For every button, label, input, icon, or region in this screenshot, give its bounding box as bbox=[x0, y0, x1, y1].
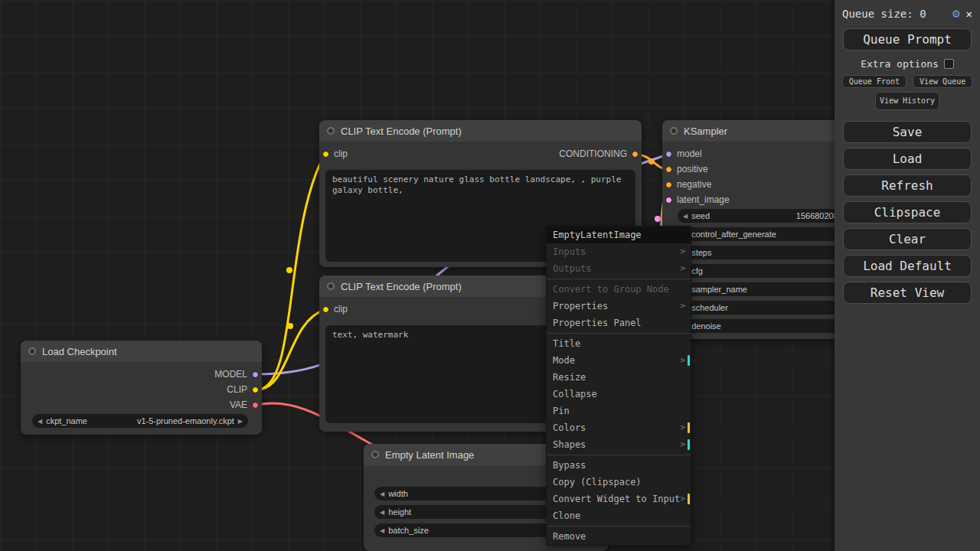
decrement-arrow-icon[interactable]: ◀ bbox=[380, 527, 384, 534]
menu-item-title[interactable]: Title bbox=[547, 335, 691, 352]
widget-control-after-generate[interactable]: ◀ control_after_generate ran bbox=[678, 227, 852, 241]
collapse-dot-icon[interactable] bbox=[28, 347, 36, 355]
widget-label: control_after_generate bbox=[691, 230, 776, 239]
load-default-button[interactable]: Load Default bbox=[843, 255, 972, 277]
widget-label: sampler_name bbox=[691, 285, 747, 294]
menu-item-pin[interactable]: Pin bbox=[547, 403, 691, 419]
slot-dot-clip-input[interactable] bbox=[322, 151, 329, 158]
context-menu: EmptyLatentImage Inputs > Outputs > Conv… bbox=[546, 226, 691, 546]
decrement-arrow-icon[interactable]: ◀ bbox=[683, 213, 688, 220]
slot-dot-model-output[interactable] bbox=[252, 371, 259, 378]
collapse-dot-icon[interactable] bbox=[327, 282, 335, 290]
node-header[interactable]: CLIP Text Encode (Prompt) bbox=[319, 120, 642, 142]
slot-dot-clip-input[interactable] bbox=[322, 306, 329, 313]
slot-dot-vae-output[interactable] bbox=[252, 402, 259, 409]
widget-sampler-name[interactable]: ◀ sampler_name bbox=[678, 282, 852, 296]
node-canvas[interactable]: CLIP Text Encode (Prompt) clip CONDITION… bbox=[0, 0, 980, 551]
menu-item-collapse[interactable]: Collapse bbox=[547, 386, 691, 403]
slot-dot-clip-output[interactable] bbox=[252, 386, 259, 393]
slot-dot-model-input[interactable] bbox=[665, 151, 672, 158]
menu-item-properties[interactable]: Properties > bbox=[547, 298, 691, 315]
collapse-dot-icon[interactable] bbox=[670, 127, 678, 135]
extra-options-checkbox[interactable] bbox=[944, 59, 954, 69]
widget-steps[interactable]: ◀ steps bbox=[678, 246, 852, 259]
widget-seed[interactable]: ◀ seed 156680208 ▶ bbox=[678, 209, 852, 223]
node-header[interactable]: Load Checkpoint bbox=[21, 341, 262, 362]
save-button[interactable]: Save bbox=[843, 121, 972, 143]
widget-ckpt-name[interactable]: ◀ ckpt_name v1-5-pruned-emaonly.ckpt ▶ bbox=[32, 414, 248, 428]
decrement-arrow-icon[interactable]: ◀ bbox=[38, 418, 42, 425]
slot-dot-conditioning-output[interactable] bbox=[632, 151, 639, 158]
menu-item-remove[interactable]: Remove bbox=[547, 528, 691, 545]
node-ksampler[interactable]: KSampler model positive negative latent_… bbox=[662, 120, 861, 339]
node-title: KSampler bbox=[684, 126, 727, 137]
submenu-arrow-icon: > bbox=[680, 491, 685, 507]
reset-view-button[interactable]: Reset View bbox=[843, 282, 972, 304]
menu-item-mode[interactable]: Mode > bbox=[547, 352, 691, 369]
extra-options-label: Extra options bbox=[861, 58, 939, 70]
settings-gear-icon[interactable]: ⚙ bbox=[952, 6, 960, 21]
submenu-tick bbox=[688, 422, 690, 433]
collapse-dot-icon[interactable] bbox=[371, 451, 379, 458]
queue-front-button[interactable]: Queue Front bbox=[842, 75, 906, 88]
menu-item-colors[interactable]: Colors > bbox=[547, 419, 691, 436]
widget-denoise[interactable]: ◀ denoise bbox=[678, 319, 852, 333]
widget-value: v1-5-pruned-emaonly.ckpt bbox=[137, 416, 234, 425]
submenu-arrow-icon: > bbox=[680, 243, 685, 260]
link-midpoint-dot bbox=[655, 216, 661, 222]
menu-item-convert-to-group-node: Convert to Group Node bbox=[547, 281, 691, 298]
submenu-arrow-icon: > bbox=[680, 260, 685, 277]
widget-label: steps bbox=[691, 248, 711, 257]
collapse-dot-icon[interactable] bbox=[327, 127, 335, 135]
clipspace-button[interactable]: Clipspace bbox=[843, 201, 972, 223]
submenu-arrow-icon: > bbox=[680, 298, 685, 315]
slot-label-vae: VAE bbox=[230, 399, 247, 410]
slot-label-clip: CLIP bbox=[227, 384, 247, 395]
menu-item-copy-clipspace[interactable]: Copy (Clipspace) bbox=[547, 474, 691, 491]
menu-item-outputs: Outputs > bbox=[547, 260, 691, 277]
context-menu-title: EmptyLatentImage bbox=[547, 227, 691, 243]
decrement-arrow-icon[interactable]: ◀ bbox=[380, 509, 384, 516]
close-icon[interactable]: ✕ bbox=[966, 8, 972, 20]
increment-arrow-icon[interactable]: ▶ bbox=[238, 418, 243, 425]
widget-scheduler[interactable]: ◀ scheduler bbox=[678, 301, 852, 315]
view-history-button[interactable]: View History bbox=[875, 92, 939, 110]
queue-prompt-button[interactable]: Queue Prompt bbox=[843, 28, 972, 51]
comfy-menu-panel: Queue size: 0 ⚙ ✕ Queue Prompt Extra opt… bbox=[835, 0, 980, 551]
slot-dot-negative-input[interactable] bbox=[665, 181, 672, 188]
menu-item-shapes[interactable]: Shapes > bbox=[547, 436, 691, 453]
slot-label-model: MODEL bbox=[214, 369, 247, 380]
refresh-button[interactable]: Refresh bbox=[843, 174, 972, 197]
submenu-tick bbox=[688, 439, 690, 450]
slot-dot-latent-image-input[interactable] bbox=[665, 197, 672, 204]
load-button[interactable]: Load bbox=[843, 148, 972, 170]
decrement-arrow-icon[interactable]: ◀ bbox=[380, 491, 384, 497]
node-title: Load Checkpoint bbox=[42, 346, 117, 357]
node-header[interactable]: KSampler bbox=[662, 120, 861, 142]
queue-size-label: Queue size: 0 bbox=[842, 8, 926, 20]
menu-item-resize[interactable]: Resize bbox=[547, 369, 691, 386]
menu-item-bypass[interactable]: Bypass bbox=[547, 457, 691, 474]
queue-controls-row: Queue Front View Queue bbox=[842, 75, 972, 88]
widget-label: seed bbox=[691, 211, 710, 220]
submenu-arrow-icon: > bbox=[680, 352, 685, 369]
view-queue-button[interactable]: View Queue bbox=[913, 75, 972, 88]
widget-cfg[interactable]: ◀ cfg bbox=[678, 264, 852, 278]
slot-dot-positive-input[interactable] bbox=[665, 166, 672, 173]
submenu-arrow-icon: > bbox=[680, 419, 685, 436]
link-midpoint-dot bbox=[648, 158, 655, 165]
clear-button[interactable]: Clear bbox=[843, 228, 972, 250]
node-load-checkpoint[interactable]: Load Checkpoint MODEL CLIP VAE ◀ ckpt_na… bbox=[21, 341, 262, 435]
link-midpoint-dot bbox=[287, 323, 293, 329]
menu-item-properties-panel[interactable]: Properties Panel bbox=[547, 315, 691, 331]
widget-label: height bbox=[388, 507, 411, 517]
queue-size-row: Queue size: 0 ⚙ ✕ bbox=[842, 6, 972, 21]
submenu-tick bbox=[688, 494, 690, 504]
menu-item-convert-widget-to-input[interactable]: Convert Widget to Input > bbox=[547, 491, 691, 507]
widget-label: denoise bbox=[691, 321, 721, 331]
node-title: CLIP Text Encode (Prompt) bbox=[341, 126, 462, 137]
slot-label-negative: negative bbox=[677, 179, 711, 190]
menu-item-clone[interactable]: Clone bbox=[547, 507, 691, 524]
slot-label-model: model bbox=[677, 148, 702, 159]
submenu-arrow-icon: > bbox=[680, 436, 685, 453]
